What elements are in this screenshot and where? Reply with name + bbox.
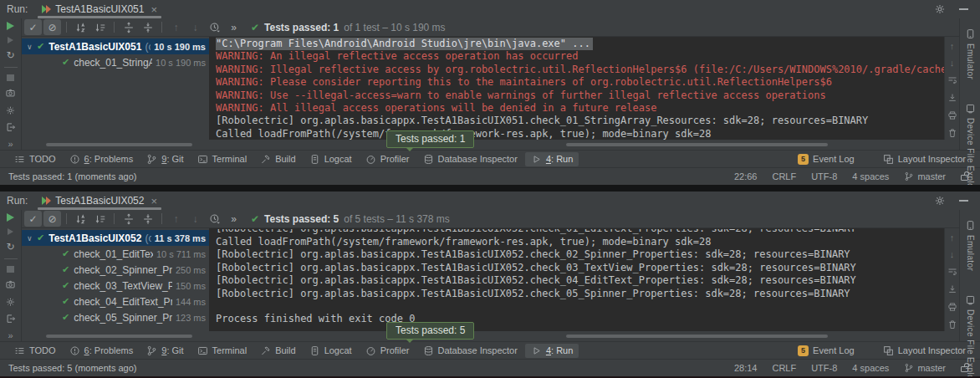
exit-icon[interactable] [5,122,16,132]
rerun-failed-button[interactable] [8,37,13,43]
test-tree-row[interactable]: ✔ check_01_EditText_Properties 10 s 711 … [22,246,209,262]
rerun-button[interactable] [7,213,14,222]
git-branch[interactable]: master [904,363,946,373]
test-tree-row[interactable]: ∨ ✔ TestA1BasicUIX051(org.aplas.basica 1… [22,38,209,54]
gear-icon[interactable] [934,195,946,207]
test-tree[interactable]: ∨ ✔ TestA1BasicUIX051(org.aplas.basica 1… [22,37,209,140]
toolwindow-build[interactable]: Build [254,344,301,358]
tree-horizontal-scrollbar[interactable] [46,143,192,146]
print-icon[interactable] [947,110,957,120]
hide-icon[interactable] [959,200,968,202]
run-tab[interactable]: TestA1BasicUIX052 × [36,192,163,210]
scroll-up-icon[interactable]: ↑ [950,233,955,243]
test-tree[interactable]: ∨ ✔ TestA1BasicUIX052(org.aplas.basica 1… [22,228,209,331]
rerun-failed-button[interactable] [8,228,13,235]
git-branch[interactable]: master [904,171,946,181]
toolwindow-database-inspector[interactable]: Database Inspector [417,152,523,166]
toolwindow-terminal[interactable]: Terminal [191,152,253,166]
test-tree-row[interactable]: ✔ check_02_Spinner_Properties 250 ms [22,262,209,278]
show-passed-button[interactable]: ✓ [24,211,42,227]
scroll-down-icon[interactable]: ↓ [950,59,955,68]
next-failed-button[interactable]: ↓ [186,19,204,35]
test-tree-row[interactable]: ✔ check_05_Spinner_Properties 123 ms [22,309,209,325]
screenshot-icon[interactable] [5,88,16,98]
close-icon[interactable]: × [151,195,157,207]
indent-style[interactable]: 4 spaces [852,363,889,373]
more-actions-icon[interactable]: » [225,211,242,227]
sort-by-duration-button[interactable] [91,19,109,35]
toolwindow-todo[interactable]: TODO [8,344,62,358]
run-tab[interactable]: TestA1BasicUIX051 × [36,0,163,18]
toolwindow-problems[interactable]: 6: Problems [64,152,140,166]
toolwindow-run[interactable]: 4: Run [525,152,579,166]
rerun-button[interactable] [7,22,14,30]
toolwindow-todo[interactable]: TODO [8,152,62,166]
sort-by-duration-button[interactable] [91,211,109,227]
test-history-button[interactable] [206,19,223,35]
toolwindow-git[interactable]: 9: Git [140,344,189,358]
more-actions-icon[interactable]: » [225,19,242,35]
tree-horizontal-scrollbar[interactable] [46,335,192,338]
expand-all-button[interactable] [120,19,137,35]
show-ignored-button[interactable]: ⊘ [43,19,61,35]
gear-icon[interactable] [934,3,946,15]
toggle-auto-test-icon[interactable]: ↻ [6,242,14,252]
test-settings-icon[interactable] [5,297,16,307]
test-tree-row[interactable]: ✔ check_03_TextView_Properties 150 ms [22,278,209,294]
stop-button[interactable] [7,266,14,273]
file-encoding[interactable]: UTF-8 [811,171,837,181]
file-encoding[interactable]: UTF-8 [811,363,837,373]
exit-icon[interactable] [5,314,16,324]
toolwindow-database-inspector[interactable]: Database Inspector [417,344,523,358]
test-settings-icon[interactable] [5,105,16,115]
close-icon[interactable]: × [151,3,157,16]
test-history-button[interactable] [206,211,223,227]
collapse-all-button[interactable] [139,19,156,35]
soft-wrap-icon[interactable] [947,75,957,85]
chevron-down-icon[interactable]: ∨ [27,43,37,51]
line-separator[interactable]: CRLF [772,171,796,181]
collapse-all-button[interactable] [139,211,156,227]
line-separator[interactable]: CRLF [772,363,796,373]
hide-icon[interactable] [959,8,968,10]
scroll-up-icon[interactable]: ↑ [950,42,955,51]
layout-inspector-button[interactable]: Layout Inspector [877,152,972,166]
toggle-auto-test-icon[interactable]: ↻ [6,50,14,60]
next-failed-button[interactable]: ↓ [186,211,204,227]
unlock-icon[interactable] [961,366,968,372]
previous-failed-button[interactable]: ↑ [167,19,185,35]
test-tree-row[interactable]: ✔ check_01_StringArray_Resources 10 s 19… [22,54,209,70]
screenshot-icon[interactable] [5,279,16,289]
scroll-to-end-icon[interactable] [947,93,957,103]
caret-position[interactable]: 22:66 [734,171,758,181]
scroll-down-icon[interactable]: ↓ [950,250,955,259]
toolwindow-git[interactable]: 9: Git [140,152,189,166]
expander-icon[interactable]: » [8,139,13,149]
toolwindow-build[interactable]: Build [254,152,301,166]
event-log-button[interactable]: 5Event Log [792,152,860,166]
clear-all-icon[interactable] [947,128,957,138]
layout-inspector-button[interactable]: Layout Inspector [877,344,972,358]
show-ignored-button[interactable]: ⊘ [43,211,61,227]
show-passed-button[interactable]: ✓ [24,19,42,35]
stop-button[interactable] [7,74,14,81]
print-icon[interactable] [947,302,957,312]
soft-wrap-icon[interactable] [947,267,957,277]
expand-all-button[interactable] [120,211,137,227]
console-output[interactable]: "C:\Program Files\Android\Android Studio… [209,37,944,140]
test-tree-row[interactable]: ∨ ✔ TestA1BasicUIX052(org.aplas.basica 1… [22,230,209,246]
previous-failed-button[interactable]: ↑ [167,211,185,227]
console-horizontal-scrollbar[interactable] [566,143,828,146]
toolwindow-terminal[interactable]: Terminal [191,344,253,358]
toolwindow-logcat[interactable]: Logcat [304,344,358,358]
toolwindow-emulator[interactable]: Emulator [965,28,976,79]
test-tree-row[interactable]: ✔ check_04_EditText_Properties 144 ms [22,294,209,309]
indent-style[interactable]: 4 spaces [852,171,889,181]
expander-icon[interactable]: » [8,330,13,340]
caret-position[interactable]: 28:14 [734,363,758,373]
console-horizontal-scrollbar[interactable] [566,335,828,338]
toolwindow-problems[interactable]: 6: Problems [64,344,140,358]
toolwindow-emulator[interactable]: Emulator [965,220,976,271]
unlock-icon[interactable] [961,175,968,181]
scroll-to-end-icon[interactable] [947,284,957,294]
